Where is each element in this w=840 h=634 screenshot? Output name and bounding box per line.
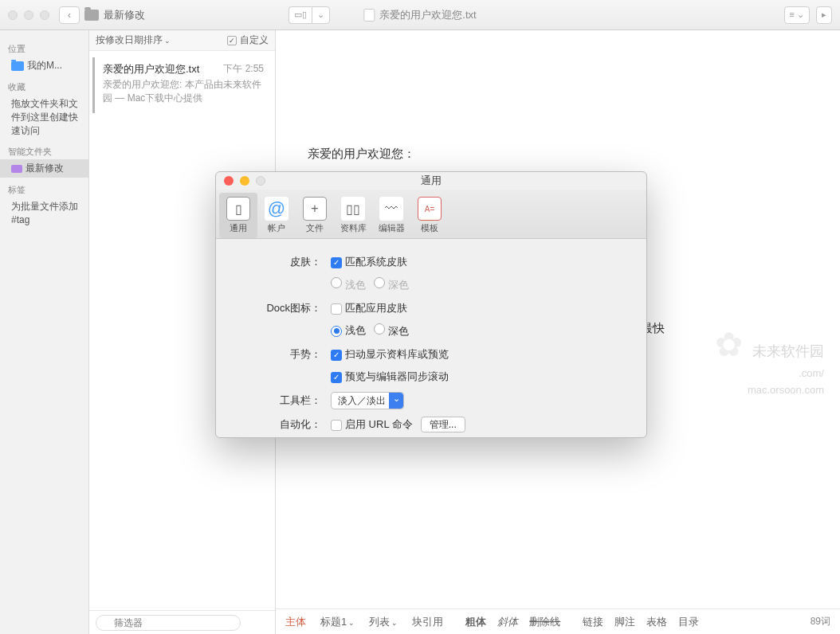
dock-light-radio[interactable]: 浅色 bbox=[331, 323, 366, 338]
editor-line: 亲爱的用户欢迎您： bbox=[308, 142, 808, 166]
files-icon: + bbox=[303, 197, 327, 221]
footer-bold[interactable]: 粗体 bbox=[465, 615, 486, 629]
file-preview: 亲爱的用户欢迎您: 本产品由未来软件园 — Mac下载中心提供 bbox=[103, 78, 264, 105]
sidebar-item-recent[interactable]: 最新修改 bbox=[0, 159, 88, 178]
library-icon: ▯▯ bbox=[341, 197, 365, 221]
toolbar-label: 工具栏： bbox=[235, 393, 331, 408]
sidebar: 位置 我的M... 收藏 拖放文件夹和文件到这里创建快速访问 智能文件夹 最新修… bbox=[0, 30, 89, 634]
document-title: 亲爱的用户欢迎您.txt bbox=[379, 8, 476, 22]
automation-label: 自动化： bbox=[235, 417, 331, 432]
automation-manage-button[interactable]: 管理... bbox=[421, 417, 465, 432]
skin-dark-radio[interactable]: 深色 bbox=[374, 277, 409, 292]
minimize-window-button[interactable] bbox=[24, 10, 33, 20]
footer-table[interactable]: 表格 bbox=[646, 615, 667, 629]
prefs-tab-files[interactable]: + 文件 bbox=[296, 193, 334, 238]
prefs-tab-account[interactable]: @ 帐户 bbox=[257, 193, 296, 238]
play-button[interactable]: ▸ bbox=[816, 6, 832, 24]
prefs-minimize-button[interactable] bbox=[240, 176, 249, 186]
footer-blockquote[interactable]: 块引用 bbox=[412, 615, 443, 629]
prefs-zoom-button[interactable] bbox=[256, 176, 265, 186]
footer-italic[interactable]: 斜体 bbox=[497, 615, 518, 629]
close-window-button[interactable] bbox=[8, 10, 18, 20]
preferences-dialog: 通用 ▯ 通用 @ 帐户 + 文件 ▯▯ 资料库 〰 编辑器 A= 模板 皮肤： bbox=[215, 171, 647, 438]
footer-main[interactable]: 主体 bbox=[285, 615, 306, 629]
prefs-title: 通用 bbox=[421, 174, 442, 188]
filter-input[interactable] bbox=[96, 615, 241, 631]
dock-label: Dock图标： bbox=[235, 301, 331, 315]
sidebar-item-label: 我的M... bbox=[27, 59, 62, 72]
sidebar-item-my-mac[interactable]: 我的M... bbox=[0, 57, 88, 75]
footer-list[interactable]: 列表⌄ bbox=[369, 615, 398, 629]
footer-strike[interactable]: 删除线 bbox=[529, 615, 560, 629]
document-icon bbox=[363, 9, 375, 22]
sort-label[interactable]: 按修改日期排序 bbox=[96, 33, 163, 47]
footer-footnote[interactable]: 脚注 bbox=[614, 615, 635, 629]
skin-label: 皮肤： bbox=[235, 255, 331, 269]
file-list-header: 按修改日期排序 ⌄ ✓ 自定义 bbox=[89, 30, 275, 51]
prefs-toolbar: ▯ 通用 @ 帐户 + 文件 ▯▯ 资料库 〰 编辑器 A= 模板 bbox=[216, 190, 646, 239]
sidebar-heading-location: 位置 bbox=[0, 41, 88, 57]
skin-match-system-checkbox[interactable]: ✓匹配系统皮肤 bbox=[331, 255, 407, 269]
traffic-lights bbox=[8, 10, 49, 20]
dock-match-app-checkbox[interactable]: ✓匹配应用皮肤 bbox=[331, 301, 407, 315]
file-title: 亲爱的用户欢迎您.txt bbox=[103, 62, 199, 76]
prefs-tab-editor[interactable]: 〰 编辑器 bbox=[372, 193, 410, 238]
toolbar-select[interactable]: 淡入／淡出 bbox=[331, 392, 404, 409]
sidebar-item-label: 拖放文件夹和文件到这里创建快速访问 bbox=[11, 97, 80, 137]
sidebar-favorites-hint: 拖放文件夹和文件到这里创建快速访问 bbox=[0, 95, 88, 139]
gesture-swipe-checkbox[interactable]: ✓扫动显示资料库或预览 bbox=[331, 347, 449, 362]
chevron-down-icon[interactable]: ⌄ bbox=[164, 37, 171, 45]
sidebar-heading-favorites: 收藏 bbox=[0, 80, 88, 95]
titlebar-folder-label: 最新修改 bbox=[104, 8, 145, 22]
file-time: 下午 2:55 bbox=[223, 62, 264, 76]
file-row[interactable]: 亲爱的用户欢迎您.txt 下午 2:55 亲爱的用户欢迎您: 本产品由未来软件园… bbox=[92, 57, 272, 113]
folder-icon bbox=[11, 61, 24, 71]
prefs-tab-templates[interactable]: A= 模板 bbox=[410, 193, 449, 238]
main-titlebar: ‹ 最新修改 ▭▯ ⌄ 亲爱的用户欢迎您.txt ≡ ⌄ ▸ bbox=[0, 0, 840, 30]
dock-dark-radio[interactable]: 深色 bbox=[374, 323, 409, 339]
account-icon: @ bbox=[265, 197, 289, 221]
view-mode-dropdown[interactable]: ⌄ bbox=[312, 6, 330, 24]
prefs-titlebar: 通用 bbox=[216, 172, 646, 190]
prefs-tab-general[interactable]: ▯ 通用 bbox=[219, 193, 257, 238]
templates-icon: A= bbox=[418, 197, 442, 221]
footer-link[interactable]: 链接 bbox=[583, 615, 603, 629]
sidebar-item-label: 最新修改 bbox=[26, 162, 64, 175]
editor-icon: 〰 bbox=[379, 197, 403, 221]
general-icon: ▯ bbox=[226, 197, 250, 221]
view-mode-button[interactable]: ▭▯ bbox=[289, 6, 312, 24]
folder-icon bbox=[84, 10, 99, 21]
gesture-label: 手势： bbox=[235, 347, 331, 362]
custom-checkbox[interactable]: ✓ bbox=[227, 36, 237, 45]
automation-url-checkbox[interactable]: ✓启用 URL 命令 bbox=[331, 417, 413, 432]
prefs-close-button[interactable] bbox=[224, 176, 234, 186]
sidebar-tags-hint: 为批量文件添加#tag bbox=[0, 198, 88, 229]
sidebar-heading-tags: 标签 bbox=[0, 182, 88, 198]
prefs-tab-library[interactable]: ▯▯ 资料库 bbox=[334, 193, 372, 238]
editor-footer: 主体 标题1⌄ 列表⌄ 块引用 粗体 斜体 删除线 链接 脚注 表格 目录 89… bbox=[276, 609, 840, 634]
custom-label[interactable]: 自定义 bbox=[240, 33, 269, 47]
word-count[interactable]: 89词 bbox=[811, 615, 830, 628]
back-button[interactable]: ‹ bbox=[59, 6, 80, 24]
smart-folder-icon bbox=[11, 165, 22, 173]
footer-heading[interactable]: 标题1⌄ bbox=[320, 615, 355, 629]
sidebar-item-label: 为批量文件添加#tag bbox=[11, 200, 80, 227]
sidebar-heading-smart: 智能文件夹 bbox=[0, 144, 88, 159]
footer-toc[interactable]: 目录 bbox=[678, 615, 699, 629]
zoom-window-button[interactable] bbox=[40, 10, 49, 20]
gesture-sync-checkbox[interactable]: ✓预览与编辑器同步滚动 bbox=[331, 370, 449, 384]
paragraph-style-button[interactable]: ≡ ⌄ bbox=[784, 6, 810, 24]
skin-light-radio[interactable]: 浅色 bbox=[331, 277, 366, 292]
